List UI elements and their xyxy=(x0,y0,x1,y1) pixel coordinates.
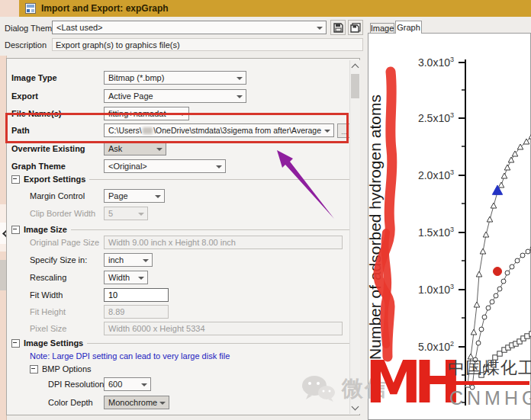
specify-size-in-select[interactable]: inch xyxy=(104,253,153,267)
save-as-button[interactable] xyxy=(348,20,363,35)
dialog-theme-select[interactable]: <Last used> xyxy=(52,21,327,34)
description-label: Description xyxy=(5,40,47,50)
export-label: Export xyxy=(11,91,38,101)
redacted-username xyxy=(143,127,153,134)
path-select[interactable]: C:\Users\\OneDrive\stmdata\3sigema from … xyxy=(104,123,334,137)
chevron-down-icon xyxy=(237,95,243,98)
collapse-minus-icon[interactable] xyxy=(11,226,20,234)
chevron-down-icon xyxy=(141,383,147,386)
svg-text:5.0x102: 5.0x102 xyxy=(418,340,454,353)
chevron-down-icon xyxy=(156,148,163,151)
svg-text:3.0x103: 3.0x103 xyxy=(418,56,454,69)
clip-border-width-label: Clip Border Width xyxy=(30,209,95,218)
fit-width-label: Fit Width xyxy=(30,290,63,300)
graph-preview-chart: Number of adsorbed hydrogen atoms3.0x103… xyxy=(368,33,531,420)
chevron-down-icon xyxy=(159,402,166,405)
file-names-select[interactable]: fitting+namadat xyxy=(104,107,189,120)
dpi-resolution-label: DPI Resolution xyxy=(48,380,104,389)
dialog-theme-label: Dialog Theme xyxy=(5,24,56,33)
collapse-minus-icon[interactable] xyxy=(30,365,38,374)
svg-text:1.0x103: 1.0x103 xyxy=(418,283,454,296)
image-type-select[interactable]: Bitmap (*.bmp) xyxy=(104,71,246,85)
file-names-label: File Name(s) xyxy=(11,109,61,118)
svg-text:1.5x103: 1.5x103 xyxy=(418,226,454,239)
save-theme-button[interactable] xyxy=(330,20,346,35)
dpi-note: Note: Large DPI setting can lead to very… xyxy=(30,351,230,361)
graph-theme-label: Graph Theme xyxy=(11,162,66,171)
fit-height-label: Fit Height xyxy=(30,307,66,316)
bmp-options-section: BMP Options xyxy=(30,364,92,374)
original-page-size-field: Width 9.00 inch x Height 8.00 inch xyxy=(104,236,343,249)
scroll-down-icon[interactable] xyxy=(352,403,359,411)
margin-control-label: Margin Control xyxy=(30,191,85,200)
collapse-minus-icon[interactable] xyxy=(11,339,20,348)
image-size-section: Image Size xyxy=(11,225,352,234)
svg-text:2.0x103: 2.0x103 xyxy=(418,168,454,181)
chevron-down-icon xyxy=(216,165,222,168)
export-select[interactable]: Active Page xyxy=(104,89,246,103)
titlebar: Import and Export: expGraph xyxy=(19,0,531,17)
rescaling-select[interactable]: Width xyxy=(104,271,148,284)
save-icon xyxy=(333,23,343,33)
window-corner xyxy=(0,0,19,17)
export-graph-dialog: Import and Export: expGraph Dialog Theme… xyxy=(0,0,531,420)
tab-image[interactable]: Image xyxy=(370,23,394,34)
image-settings-section: Image Settings xyxy=(11,338,352,348)
window-title: Import and Export: expGraph xyxy=(41,3,169,14)
settings-panel: Image Type Bitmap (*.bmp) Export Active … xyxy=(6,58,360,415)
chevron-down-icon xyxy=(155,195,161,198)
original-page-size-label: Original Page Size xyxy=(30,238,99,247)
chevron-down-icon xyxy=(237,77,243,80)
fit-width-input[interactable]: 10 xyxy=(104,288,169,302)
color-depth-select[interactable]: Monochrome xyxy=(104,396,169,409)
rescaling-label: Rescaling xyxy=(30,273,66,282)
pixel-size-label: Pixel Size xyxy=(30,324,66,333)
dpi-resolution-select[interactable]: 600 xyxy=(104,377,151,391)
tab-graph[interactable]: Graph xyxy=(395,21,422,34)
collapse-minus-icon[interactable] xyxy=(11,175,20,184)
image-type-label: Image Type xyxy=(11,73,57,82)
specify-size-in-label: Specify Size in: xyxy=(30,255,87,265)
export-settings-section: Export Settings xyxy=(11,175,352,184)
path-label: Path xyxy=(11,126,30,135)
chevron-down-icon xyxy=(179,113,185,116)
form-scrollbar[interactable] xyxy=(349,60,360,414)
pixel-size-field: Width 6000 x Height 5334 xyxy=(104,322,343,335)
chevron-down-icon xyxy=(138,213,144,216)
overwrite-existing-label: Overwrite Existing xyxy=(11,144,85,153)
scroll-up-icon[interactable] xyxy=(352,64,359,72)
description-value: Export graph(s) to graphics file(s) xyxy=(52,38,363,51)
color-depth-label: Color Depth xyxy=(48,398,93,407)
dialog-icon xyxy=(25,3,36,14)
chevron-down-icon xyxy=(143,259,149,262)
graph-theme-select[interactable]: <Original> xyxy=(104,159,226,173)
clip-border-width-select: 5 xyxy=(104,207,148,220)
save-all-icon xyxy=(350,23,361,33)
svg-text:2.5x103: 2.5x103 xyxy=(418,111,454,124)
chevron-down-icon xyxy=(317,27,323,30)
chevron-down-icon xyxy=(324,130,330,133)
fit-height-field: 8.89 xyxy=(104,305,169,319)
chevron-down-icon xyxy=(138,277,144,280)
scrollbar-thumb[interactable] xyxy=(351,74,359,98)
margin-control-select[interactable]: Page xyxy=(104,189,165,203)
overwrite-existing-select[interactable]: Ask xyxy=(104,142,166,155)
